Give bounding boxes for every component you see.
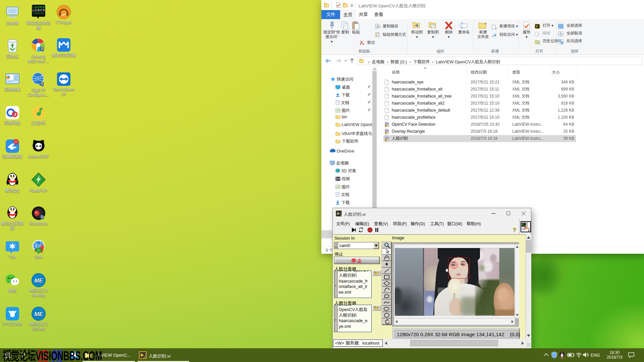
svg-text:1: 1 <box>528 229 530 232</box>
svg-text:山房格好务: 山房格好务 <box>32 9 45 12</box>
svg-text:16: 16 <box>143 356 146 358</box>
svg-text:人鱼线视频: 人鱼线视频 <box>32 6 45 9</box>
svg-text:10: 10 <box>14 140 18 144</box>
svg-text:PCMV.CN: PCMV.CN <box>33 12 44 14</box>
svg-text:16: 16 <box>340 214 342 216</box>
svg-text:ME: ME <box>34 278 43 284</box>
svg-text:W: W <box>377 25 379 28</box>
svg-text:ME: ME <box>34 311 43 317</box>
